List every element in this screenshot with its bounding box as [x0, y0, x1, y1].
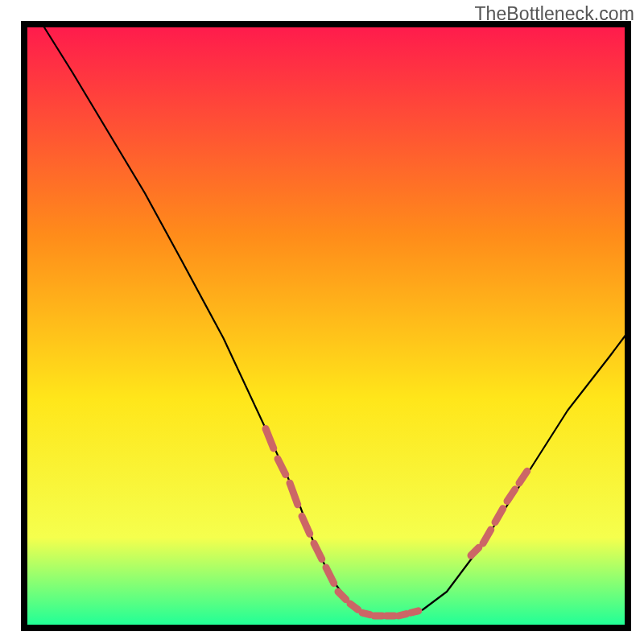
chart-highlight-dash: [411, 611, 419, 613]
chart-highlight-dash: [362, 613, 370, 614]
chart-container: TheBottleneck.com: [0, 0, 644, 644]
watermark-text: TheBottleneck.com: [474, 3, 634, 25]
chart-highlight-dash: [350, 604, 358, 609]
chart-svg: [0, 0, 644, 644]
chart-highlight-dash: [398, 614, 407, 616]
chart-background-gradient: [24, 24, 628, 628]
